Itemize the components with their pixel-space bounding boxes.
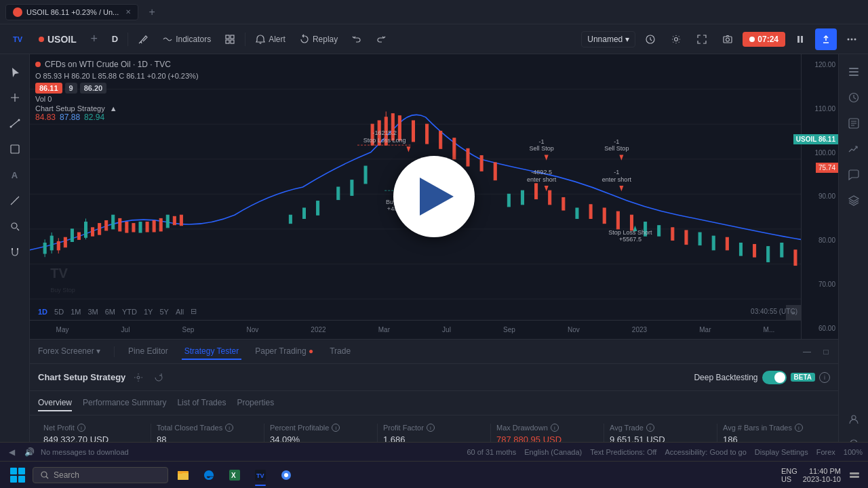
strategy-settings-button[interactable] (131, 370, 146, 385)
svg-point-118 (137, 376, 140, 379)
watchlist-button[interactable] (639, 28, 661, 50)
svg-rect-79 (589, 205, 592, 219)
ov-tab-trades[interactable]: List of Trades (177, 395, 226, 411)
tf-custom[interactable]: ⊟ (188, 306, 199, 317)
tab-trade[interactable]: Trade (327, 344, 353, 360)
trendline-tool[interactable] (3, 111, 27, 136)
tf-5y[interactable]: 5Y (157, 306, 171, 317)
watchlist-sidebar-icon[interactable] (842, 60, 866, 84)
svg-rect-35 (302, 208, 305, 218)
avg-trade-info-icon[interactable]: i (646, 424, 654, 432)
news-sidebar-icon[interactable] (842, 111, 866, 136)
svg-point-17 (12, 223, 17, 228)
publish-button[interactable] (815, 28, 837, 50)
ov-tab-properties[interactable]: Properties (237, 395, 274, 411)
collapse-icon[interactable]: ▲ (110, 104, 117, 113)
tab-strategy-tester[interactable]: Strategy Tester (182, 344, 241, 360)
zoom-tool[interactable] (3, 214, 27, 239)
active-tab[interactable]: USOIL 86.11 +0.23% / Un... ✕ (5, 4, 138, 20)
avg-bars-info-icon[interactable]: i (795, 424, 803, 432)
taskbar-file-explorer[interactable] (171, 463, 195, 487)
tf-1y[interactable]: 1Y (141, 306, 155, 317)
taskbar-tradingview[interactable]: TV (248, 463, 273, 487)
taskbar-chrome[interactable] (274, 463, 298, 487)
svg-rect-138 (850, 476, 859, 478)
workspace-selector[interactable]: Unnamed ▾ (581, 31, 635, 47)
magnet-tool[interactable] (3, 240, 27, 264)
tab-forex-screener[interactable]: Forex Screener ▾ (35, 344, 103, 360)
minimize-panel-button[interactable]: — (800, 345, 814, 359)
tf-6m[interactable]: 6M (102, 306, 118, 317)
add-symbol-button[interactable]: + (85, 30, 104, 49)
price-badge-9: 9 (65, 83, 77, 94)
clock-icon (848, 92, 860, 104)
new-tab-button[interactable]: + (144, 4, 160, 20)
measure-tool[interactable] (3, 188, 27, 213)
notif-item-2: English (Canada) (524, 448, 582, 456)
tf-1m[interactable]: 1M (68, 306, 83, 317)
symbol-selector[interactable]: USOIL (33, 31, 82, 47)
redo-button[interactable] (370, 31, 392, 47)
drawdown-info-icon[interactable]: i (551, 424, 559, 432)
shapes-tool[interactable] (3, 137, 27, 161)
svg-rect-59 (146, 222, 149, 232)
windows-start-button[interactable] (5, 463, 30, 487)
taskbar-excel[interactable]: X (222, 463, 247, 487)
notification-center-button[interactable] (846, 467, 863, 483)
replay-button[interactable]: Replay (294, 31, 343, 47)
time-label-sep: Sep (182, 326, 195, 333)
taskbar-edge[interactable] (197, 463, 221, 487)
templates-button[interactable] (219, 31, 241, 47)
pause-button[interactable] (789, 28, 811, 50)
svg-rect-80 (603, 208, 606, 224)
svg-text:Buy Stop: Buy Stop (50, 287, 75, 293)
snapshot-button[interactable] (717, 28, 738, 50)
tab-pine-editor[interactable]: Pine Editor (125, 344, 171, 360)
language-indicator[interactable]: ENGUS (781, 467, 797, 483)
taskbar-search-bar[interactable]: Search (33, 467, 168, 483)
text-tool[interactable]: A (3, 163, 27, 187)
deep-backtesting-info-icon[interactable]: i (819, 372, 830, 383)
crosshair-tool[interactable] (3, 85, 27, 110)
tf-3m[interactable]: 3M (85, 306, 100, 317)
maximize-panel-button[interactable]: □ (819, 345, 833, 359)
strategy-refresh-button[interactable] (151, 370, 166, 385)
tab-close-btn[interactable]: ✕ (125, 8, 131, 16)
drawing-tools-button[interactable] (132, 31, 154, 47)
tf-all[interactable]: All (173, 306, 186, 317)
profit-factor-info-icon[interactable]: i (427, 424, 435, 432)
record-button[interactable]: 07:24 (743, 32, 785, 47)
chat-sidebar-icon[interactable] (842, 163, 866, 187)
tf-5d[interactable]: 5D (52, 306, 66, 317)
cursor-tool[interactable] (3, 60, 27, 84)
fullscreen-button[interactable] (691, 28, 713, 50)
ov-tab-performance[interactable]: Performance Summary (83, 395, 166, 411)
alert-button[interactable]: Alert (250, 31, 291, 47)
community-sidebar-icon[interactable] (842, 407, 866, 431)
indicators-button[interactable]: Indicators (157, 31, 216, 47)
strategy-label: Chart Setup Strategy ▲ (35, 104, 199, 113)
more-button[interactable] (841, 28, 863, 50)
tab-paper-trading[interactable]: Paper Trading ● (252, 344, 316, 360)
net-profit-info-icon[interactable]: i (77, 424, 85, 432)
timeframe-selector[interactable]: D (106, 31, 123, 47)
tv-logo[interactable]: TV (5, 27, 30, 52)
closed-trades-info-icon[interactable]: i (225, 424, 233, 432)
settings-button[interactable] (665, 28, 687, 50)
play-circle[interactable] (393, 156, 475, 237)
tf-1d[interactable]: 1D (35, 306, 50, 317)
play-button-overlay[interactable] (393, 156, 475, 237)
main-toolbar: TV USOIL + D Indicators Alert Replay Unn… (0, 24, 868, 54)
profitable-info-icon[interactable]: i (332, 424, 340, 432)
deep-backtesting-toggle[interactable] (762, 371, 787, 384)
svg-text:Stop Loss Long: Stop Loss Long (363, 137, 406, 144)
tf-ytd[interactable]: YTD (119, 306, 140, 317)
chart-area[interactable]: CFDs on WTI Crude Oil · 1D · TVC O 85.93… (30, 54, 838, 339)
undo-button[interactable] (346, 31, 368, 47)
svg-point-6 (675, 37, 678, 41)
notif-arrow-icon[interactable]: ◀ (5, 446, 18, 458)
ov-tab-overview[interactable]: Overview (38, 395, 72, 411)
calendar-sidebar-icon[interactable] (842, 85, 866, 110)
layers-sidebar-icon[interactable] (842, 188, 866, 213)
screener-sidebar-icon[interactable] (842, 137, 866, 161)
